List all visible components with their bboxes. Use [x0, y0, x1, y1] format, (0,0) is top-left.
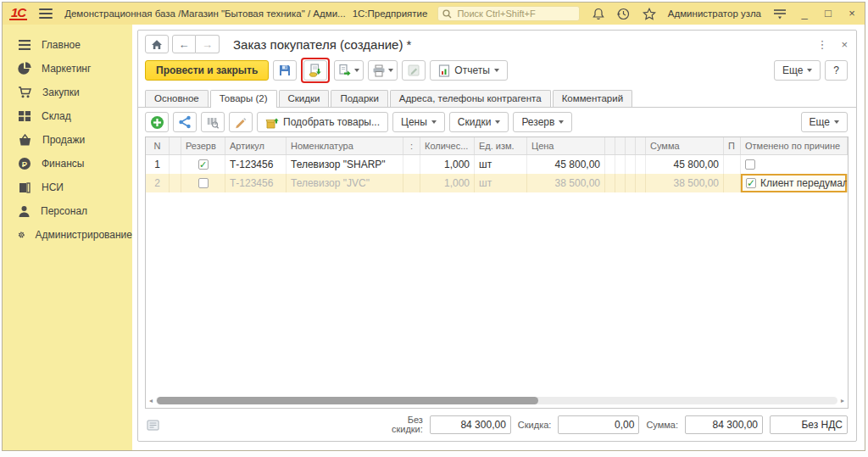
main-menu-icon[interactable]: [39, 8, 53, 19]
horizontal-scrollbar[interactable]: ◂ ▸: [147, 395, 846, 406]
base-title: Демонстрационная база /Магазин "Бытовая …: [64, 8, 345, 19]
minimize-button[interactable]: _: [798, 8, 810, 20]
tab-osnovnoe[interactable]: Основное: [145, 90, 209, 107]
history-icon[interactable]: [617, 7, 631, 20]
back-button[interactable]: ←: [172, 35, 196, 53]
print-button[interactable]: [368, 60, 398, 81]
table-row[interactable]: 1 Т-123456 Телевизор "SHARP" 1,000 шт 45…: [146, 155, 848, 174]
person-icon: [18, 205, 31, 218]
sidebar-item-administrirovanie[interactable]: Администрирование: [3, 223, 132, 247]
more-button[interactable]: Еще: [774, 60, 821, 81]
cancelled-checkbox[interactable]: [746, 178, 756, 188]
table-empty-area: [146, 192, 848, 395]
save-icon: [278, 64, 292, 77]
sidebar-item-sklad[interactable]: Склад: [3, 104, 132, 128]
search-icon: [442, 9, 452, 19]
gear-icon: [18, 228, 25, 242]
scroll-right-icon[interactable]: ▸: [839, 397, 846, 404]
add-icon: [150, 115, 164, 130]
global-search[interactable]: [437, 6, 580, 21]
home-button[interactable]: [145, 35, 169, 53]
cancel-reason-cell[interactable]: Клиент передумал: [741, 174, 847, 192]
sum-field[interactable]: 84 300,00: [685, 415, 763, 434]
annotation-highlight: [301, 58, 330, 83]
sidebar-item-marketing[interactable]: Маркетинг: [3, 57, 132, 81]
tab-tovary[interactable]: Товары (2): [210, 90, 277, 108]
save-button[interactable]: [273, 60, 297, 81]
table-more-button[interactable]: Еще: [801, 112, 848, 132]
scrollbar-thumb[interactable]: [157, 397, 538, 404]
barcode-icon: [206, 116, 220, 129]
sidebar-item-glavnoe[interactable]: Главное: [3, 33, 132, 57]
document-form: ← → Заказ покупателя (создание) * ⋮ × Пр…: [137, 30, 857, 442]
discount-field[interactable]: 0,00: [558, 415, 639, 434]
ruble-circle-icon: Р: [18, 157, 31, 170]
chevron-down-icon: [559, 120, 564, 124]
create-based-on-button[interactable]: [334, 60, 364, 81]
content-area: ← → Заказ покупателя (создание) * ⋮ × Пр…: [132, 25, 865, 450]
close-window-button[interactable]: ×: [846, 8, 858, 20]
print-icon: [372, 64, 386, 77]
favorites-star-icon[interactable]: [643, 7, 656, 20]
reserve-checkbox[interactable]: [198, 159, 209, 170]
report-icon: [438, 64, 450, 77]
form-tabs: Основное Товары (2) Скидки Подарки Адрес…: [138, 88, 856, 108]
chevron-down-icon: [807, 69, 812, 72]
form-menu-dots-icon[interactable]: ⋮: [816, 38, 827, 51]
post-document-icon: [309, 64, 322, 77]
books-icon: [18, 181, 31, 194]
sidebar-item-zakupki[interactable]: Закупки: [3, 81, 132, 104]
pie-chart-icon: [18, 62, 31, 75]
sidebar-item-nsi[interactable]: НСИ: [3, 176, 132, 199]
topbar: 1С Демонстрационная база /Магазин "Бытов…: [3, 3, 865, 25]
totals-footer: Без скидки: 84 300,00 Скидка: 0,00 Сумма…: [138, 412, 856, 441]
chevron-down-icon: [388, 69, 393, 72]
basket-icon: [18, 134, 32, 147]
discounts-dropdown[interactable]: Скидки: [449, 112, 509, 132]
post-and-close-button[interactable]: Провести и закрыть: [145, 60, 269, 81]
maximize-button[interactable]: □: [822, 8, 834, 20]
sidebar-item-prodazhi[interactable]: Продажи: [3, 128, 132, 152]
help-button[interactable]: ?: [825, 60, 848, 81]
search-input[interactable]: [455, 8, 575, 20]
service-menu-icon[interactable]: [773, 7, 787, 20]
chevron-down-icon: [495, 120, 500, 124]
pencil-icon: [234, 116, 248, 129]
sidebar-item-personal[interactable]: Персонал: [3, 199, 132, 223]
reserve-checkbox[interactable]: [198, 178, 209, 188]
tab-skidki[interactable]: Скидки: [279, 90, 330, 107]
sidebar: Главное Маркетинг Закупки Склад Продажи …: [3, 25, 132, 450]
goods-table: N Резерв Артикул Номенклатура : Количес.…: [145, 137, 849, 409]
sidebar-item-finansy[interactable]: Р Финансы: [3, 152, 132, 176]
forward-button[interactable]: →: [196, 35, 220, 53]
table-header[interactable]: N Резерв Артикул Номенклатура : Количес.…: [146, 137, 848, 155]
1c-logo: 1С: [9, 7, 27, 20]
tab-kommentariy[interactable]: Комментарий: [553, 90, 632, 107]
chevron-down-icon: [494, 69, 499, 72]
add-row-button[interactable]: [145, 112, 169, 132]
scroll-left-icon[interactable]: ◂: [147, 397, 154, 404]
prices-dropdown[interactable]: Цены: [392, 112, 445, 132]
close-form-icon[interactable]: ×: [841, 38, 848, 51]
reports-button[interactable]: Отчеты: [430, 60, 507, 81]
post-document-button[interactable]: [303, 60, 327, 81]
chevron-down-icon: [431, 120, 437, 124]
sum-label: Сумма:: [646, 421, 678, 430]
app-name: 1С:Предприятие: [353, 8, 428, 19]
cancelled-checkbox[interactable]: [745, 159, 755, 170]
no-discount-field[interactable]: 84 300,00: [430, 415, 511, 434]
home-icon: [151, 39, 163, 50]
share-rows-button[interactable]: [173, 112, 197, 132]
reserve-dropdown[interactable]: Резерв: [513, 112, 572, 132]
tab-adresa[interactable]: Адреса, телефоны контрагента: [390, 90, 551, 107]
table-row[interactable]: 2 Т-123456 Телевизор "JVC" 1,000 шт 38 5…: [146, 174, 848, 192]
share-icon: [178, 115, 192, 129]
note-icon[interactable]: [147, 420, 159, 431]
tab-podarki[interactable]: Подарки: [331, 90, 387, 107]
pick-goods-button[interactable]: Подобрать товары...: [257, 112, 388, 132]
notifications-bell-icon[interactable]: [592, 7, 605, 20]
barcode-scan-button-disabled: [201, 112, 225, 132]
menu-lines-icon: [18, 39, 31, 51]
current-user[interactable]: Администратор узла: [668, 8, 761, 19]
vat-field[interactable]: Без НДС: [770, 415, 848, 434]
